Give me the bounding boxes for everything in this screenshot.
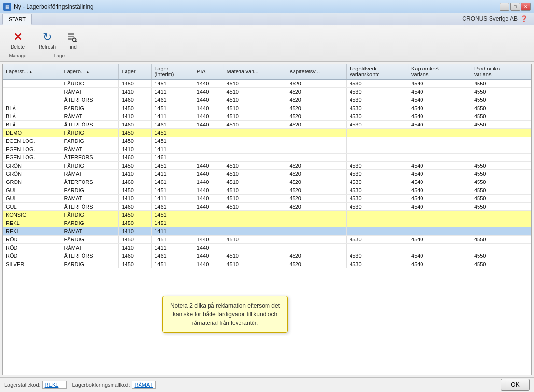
cell-materialvari: 4510 [224,96,286,104]
table-row[interactable]: EGEN LOG.ÅTERFÖRS14601461 [3,154,531,162]
find-button[interactable]: Find [61,28,83,52]
table-row[interactable]: BLÅRÅMAT14101411144045104520453045404550 [3,112,531,121]
cell-kap_omkos: 4540 [408,121,471,129]
cell-pia: 1440 [194,178,224,186]
cell-kap_omkos [408,211,471,219]
col-lager-interim[interactable]: Lager(interim) [152,64,194,79]
cell-kapitetetsv [286,219,347,227]
cell-lagerst: REKL [3,227,61,236]
cell-prod_omko: 4550 [471,79,531,88]
cell-lager_interim: 1411 [152,112,194,121]
cell-kap_omkos: 4540 [408,88,471,96]
table-row[interactable]: EGEN LOG.RÅMAT14101411 [3,145,531,154]
table-row[interactable]: RÖDÅTERFÖRS14601461144045104520453045404… [3,252,531,260]
table-row[interactable]: GRÖNFÄRDIG145014511440451045204530454045… [3,162,531,170]
lagerbokforingsmallkod-value[interactable]: RÅMAT [132,381,156,389]
table-row[interactable]: FÄRDIG14501451144045104520453045404550 [3,79,531,88]
cell-legotillverk: 4530 [347,203,408,211]
table-row[interactable]: GRÖNRÅMAT1410141114404510452045304540455… [3,170,531,178]
table-row[interactable]: GULRÅMAT14101411144045104520453045404550 [3,195,531,203]
cell-lagerst: GRÖN [3,170,61,178]
tab-start[interactable]: START [2,14,32,25]
table-row[interactable]: RÖDRÅMAT141014111440 [3,244,531,252]
cell-prod_omko: 4550 [471,236,531,244]
col-lagerst[interactable]: Lagerst...▲ [3,64,61,79]
cell-kap_omkos: 4540 [408,104,471,112]
maximize-button[interactable]: □ [510,3,520,11]
table-row[interactable]: GULFÄRDIG1450145114404510452045304540455… [3,186,531,195]
col-prod-omko[interactable]: Prod.omko...varians [471,64,531,79]
lagerstellekod-label: Lagerställekod: [4,382,41,388]
cell-kapitetetsv: 4520 [286,252,347,260]
table-row[interactable]: GULÅTERFÖRS14601461144045104520453045404… [3,203,531,211]
cell-legotillverk: 4530 [347,88,408,96]
table-row[interactable]: SILVERFÄRDIG1450145114404510452045304540… [3,260,531,268]
cell-lagerb: RÅMAT [61,170,119,178]
col-lagerb[interactable]: Lagerb...▲ [61,64,119,79]
table-row[interactable]: EGEN LOG.FÄRDIG14501451 [3,137,531,145]
cell-legotillverk: 4530 [347,104,408,112]
cell-pia: 1440 [194,112,224,121]
cell-pia: 1440 [194,79,224,88]
cell-lager: 1410 [119,227,152,236]
cell-lagerb: RÅMAT [61,112,119,121]
table-container[interactable]: Lagerst...▲ Lagerb...▲ Lager Lager(inter… [2,64,532,375]
cell-kapitetetsv: 4520 [286,186,347,195]
table-row[interactable]: KONSIGFÄRDIG14501451 [3,211,531,219]
table-row[interactable]: REKLFÄRDIG14501451 [3,219,531,227]
table-row[interactable]: REKLRÅMAT14101411 [3,227,531,236]
table-row[interactable]: BLÅÅTERFÖRS14601461144045104520453045404… [3,121,531,129]
lagerstellekod-value[interactable]: REKL [42,381,67,389]
table-row[interactable]: RÖDFÄRDIG1450145114404510453045404550 [3,236,531,244]
cell-kap_omkos [408,154,471,162]
cell-legotillverk [347,227,408,236]
cell-legotillverk [347,154,408,162]
cell-lager_interim: 1451 [152,236,194,244]
cell-kapitetetsv: 4520 [286,203,347,211]
minimize-button[interactable]: ─ [500,3,509,11]
delete-button[interactable]: ✕ Delete [7,28,29,52]
cell-lagerst: GRÖN [3,178,61,186]
cell-legotillverk: 4530 [347,260,408,268]
cell-kapitetetsv: 4520 [286,96,347,104]
cell-lagerst: GRÖN [3,162,61,170]
col-pia[interactable]: PIA [194,64,224,79]
cell-lager: 1460 [119,121,152,129]
table-row[interactable]: DEMOFÄRDIG14501451 [3,129,531,137]
table-row[interactable]: BLÅFÄRDIG1450145114404510452045304540455… [3,104,531,112]
cell-kapitetetsv [286,137,347,145]
refresh-button[interactable]: ↻ Refresh [35,28,59,52]
cell-lagerst: GUL [3,195,61,203]
cell-prod_omko: 4550 [471,121,531,129]
ok-button[interactable]: OK [501,379,530,391]
cell-pia: 1440 [194,96,224,104]
cell-lagerst [3,79,61,88]
cell-kap_omkos [408,137,471,145]
cell-kap_omkos: 4540 [408,203,471,211]
cell-materialvari: 4510 [224,252,286,260]
cell-kapitetetsv: 4520 [286,88,347,96]
cell-materialvari: 4510 [224,178,286,186]
cell-legotillverk: 4530 [347,236,408,244]
cell-lagerst: RÖD [3,244,61,252]
cell-kap_omkos: 4540 [408,186,471,195]
col-legotillverk[interactable]: Legotillverk...varianskonto [347,64,408,79]
close-button[interactable]: ✕ [521,3,531,11]
tooltip-text: Notera 2 olika på reklamation eftersom d… [170,302,280,326]
cell-kap_omkos: 4540 [408,162,471,170]
cell-lager_interim: 1461 [152,203,194,211]
help-icon[interactable]: ❓ [520,15,528,22]
cell-legotillverk [347,244,408,252]
table-row[interactable]: ÅTERFÖRS14601461144045104520453045404550 [3,96,531,104]
col-materialvari[interactable]: Materialvari... [224,64,286,79]
cell-lagerb: FÄRDIG [61,186,119,195]
cell-lager_interim: 1451 [152,137,194,145]
col-lager[interactable]: Lager [119,64,152,79]
table-row[interactable]: GRÖNÅTERFÖRS1460146114404510452045304540… [3,178,531,186]
col-kap-omkos[interactable]: Kap.omkoS...varians [408,64,471,79]
cell-lager_interim: 1461 [152,121,194,129]
table-row[interactable]: RÅMAT14101411144045104520453045404550 [3,88,531,96]
col-kapitetetsv[interactable]: Kapitetetsv... [286,64,347,79]
page-buttons: ↻ Refresh Fin [35,28,83,52]
cell-lager_interim: 1411 [152,195,194,203]
